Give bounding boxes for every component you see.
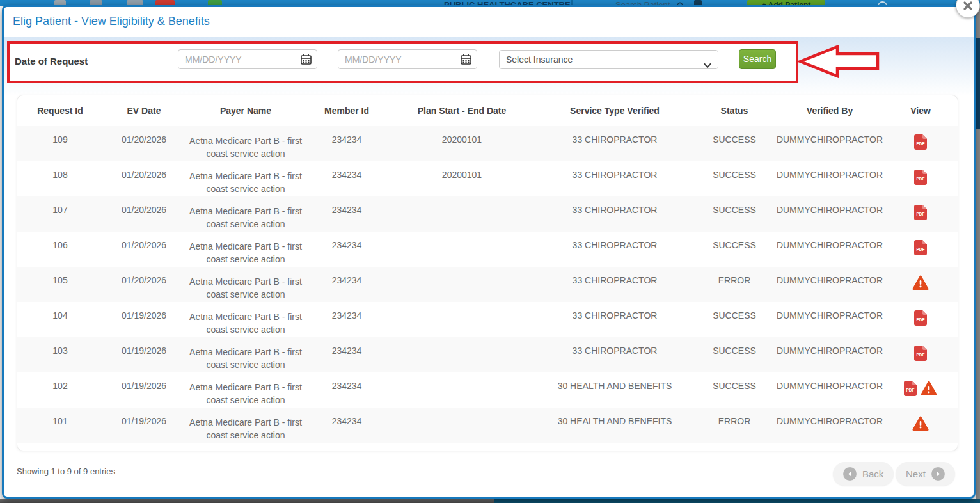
svg-text:PDF: PDF [917,317,925,322]
search-highlight-box: Date of Request Select Insurance Se [7,41,798,83]
cell-view-icons: PDF [883,232,958,267]
cell-member-id: 234234 [306,302,387,337]
cell-verified-by: DUMMYCHIROPRACTOR [776,408,883,443]
page: PUBLIC HEALTHCARE CENTRE Search Patient … [0,0,980,503]
svg-text:PDF: PDF [917,247,925,252]
svg-text:PDF: PDF [917,212,925,216]
cell-view-icons: PDF [883,126,958,161]
column-header-member-id: Member Id [306,106,387,116]
cell-verified-by: DUMMYCHIROPRACTOR [776,302,883,337]
cell-service-type: 30 HEALTH AND BENEFITS [537,372,693,408]
cell-service-type: 33 CHIROPRACTOR [537,302,693,337]
date-to-input[interactable] [338,49,477,69]
warning-icon [912,275,929,291]
arrow-right-icon [931,467,945,481]
insurance-select[interactable]: Select Insurance [499,50,718,69]
column-header-view: View [883,106,958,116]
cell-status: SUCCESS [693,161,776,196]
table-header-row: Request IdEV DatePayer NameMember IdPlan… [17,95,958,126]
next-button-label: Next [906,468,926,479]
cell-service-type: 33 CHIROPRACTOR [537,267,693,302]
table-row: 102 01/19/2026 Aetna Medicare Part B - f… [17,372,958,408]
cell-service-type: 33 CHIROPRACTOR [537,126,693,161]
cell-request-id: 101 [17,408,103,443]
column-header-status: Status [693,106,776,116]
cell-request-id: 104 [17,302,103,337]
cell-ev-date: 01/20/2026 [103,126,185,161]
date-of-request-label: Date of Request [15,56,88,67]
table-row: 105 01/20/2026 Aetna Medicare Part B - f… [17,267,958,302]
column-header-plan-start-end-date: Plan Start - End Date [387,106,537,116]
cell-view-icons: PDF [883,196,958,232]
calendar-icon[interactable] [461,54,471,67]
back-button[interactable]: Back [833,462,894,486]
cell-request-id: 108 [17,161,103,196]
cell-view-icons: PDF [883,161,958,196]
cell-payer-name: Aetna Medicare Part B - first coast serv… [185,267,306,302]
pdf-icon[interactable]: PDF [914,205,927,220]
cell-service-type: 33 CHIROPRACTOR [537,196,693,232]
cell-view-icons: PDF [883,337,958,372]
pdf-icon[interactable]: PDF [904,381,917,396]
cell-status: ERROR [693,408,776,443]
cell-payer-name: Aetna Medicare Part B - first coast serv… [185,408,306,443]
pdf-icon[interactable]: PDF [914,134,927,150]
pdf-icon[interactable]: PDF [914,346,927,361]
annotation-arrow-icon [796,44,881,83]
pdf-icon[interactable]: PDF [914,170,927,185]
cell-member-id: 234234 [306,337,387,372]
cell-status: SUCCESS [693,126,776,161]
table-row: 109 01/20/2026 Aetna Medicare Part B - f… [17,126,958,161]
modal-title: Elig Patient - View Eligibility & Benefi… [13,15,210,28]
column-header-ev-date: EV Date [103,106,185,116]
cell-service-type: 30 HEALTH AND BENEFITS [537,408,693,443]
cell-ev-date: 01/20/2026 [103,232,185,267]
column-header-request-id: Request Id [17,106,103,116]
cell-plan-dates [387,196,537,232]
cell-member-id: 234234 [306,408,387,443]
cell-verified-by: DUMMYCHIROPRACTOR [776,126,883,161]
cell-status: SUCCESS [693,232,776,267]
cell-member-id: 234234 [306,126,387,161]
cell-plan-dates [387,267,537,302]
results-table: Request IdEV DatePayer NameMember IdPlan… [17,95,958,451]
table-row: 103 01/19/2026 Aetna Medicare Part B - f… [17,337,958,372]
svg-text:PDF: PDF [917,141,925,146]
modal-header: Elig Patient - View Eligibility & Benefi… [4,7,974,36]
cell-plan-dates [387,337,537,372]
column-header-verified-by: Verified By [776,106,883,116]
cell-service-type: 33 CHIROPRACTOR [537,161,693,196]
cell-status: SUCCESS [693,372,776,408]
search-button[interactable]: Search [739,49,776,69]
cell-status: ERROR [693,267,776,302]
cell-ev-date: 01/19/2026 [103,372,185,408]
svg-text:PDF: PDF [906,388,915,392]
cell-payer-name: Aetna Medicare Part B - first coast serv… [185,232,306,267]
svg-text:PDF: PDF [917,177,925,181]
pdf-icon[interactable]: PDF [914,310,927,326]
cell-request-id: 105 [17,267,103,302]
calendar-icon[interactable] [301,54,312,67]
table-row: 108 01/20/2026 Aetna Medicare Part B - f… [17,161,958,196]
cell-request-id: 109 [17,126,103,161]
cell-plan-dates [387,408,537,443]
cell-verified-by: DUMMYCHIROPRACTOR [776,196,883,232]
next-button[interactable]: Next [896,462,955,486]
cell-status: SUCCESS [693,337,776,372]
cell-request-id: 106 [17,232,103,267]
cell-member-id: 234234 [306,267,387,302]
pdf-icon[interactable]: PDF [914,240,927,255]
cell-verified-by: DUMMYCHIROPRACTOR [776,161,883,196]
cell-member-id: 234234 [306,372,387,408]
eligibility-modal: Elig Patient - View Eligibility & Benefi… [2,5,976,499]
cell-service-type: 33 CHIROPRACTOR [537,337,693,372]
date-from-input[interactable] [178,49,317,69]
cell-request-id: 103 [17,337,103,372]
table-row: 104 01/19/2026 Aetna Medicare Part B - f… [17,302,958,337]
cell-plan-dates [387,372,537,408]
cell-plan-dates: 20200101 [387,161,537,196]
cell-plan-dates: 20200101 [387,126,537,161]
cell-status: SUCCESS [693,302,776,337]
arrow-left-icon [843,467,857,481]
cell-ev-date: 01/19/2026 [103,408,185,443]
